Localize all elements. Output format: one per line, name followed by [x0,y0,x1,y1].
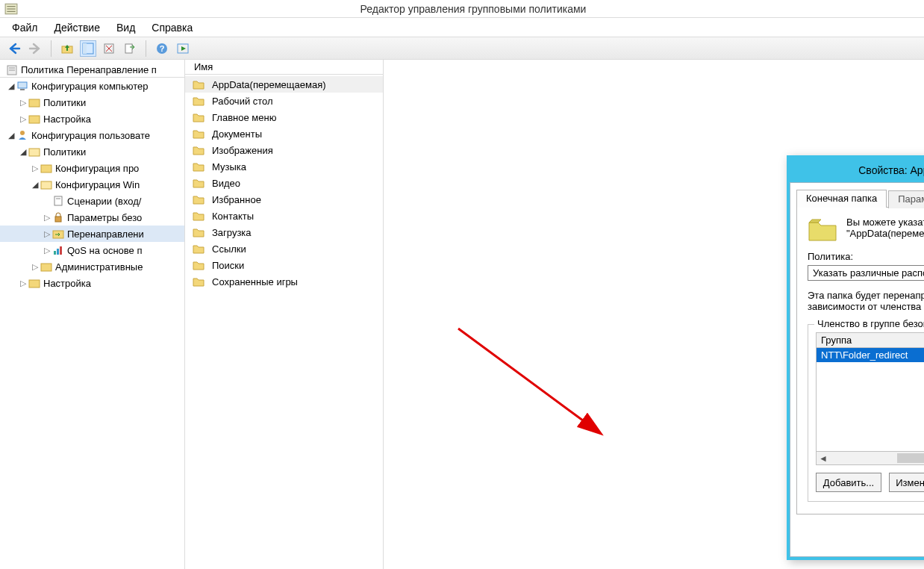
folder-icon [193,128,205,140]
tree-item-redirection[interactable]: ▷Перенаправлени [0,226,184,242]
dialog-title: Свойства: AppData(перемещаемая) [790,164,924,176]
delete-icon[interactable] [101,40,117,57]
list-item-label: Музыка [212,161,246,172]
policy-icon [6,64,18,76]
folder-large-icon [808,217,837,242]
tree-item-cc-policies[interactable]: ▷Политики [0,94,184,111]
computer-icon [16,80,28,92]
svg-rect-31 [57,249,59,255]
properties-dialog: Свойства: AppData(перемещаемая) ? X Коне… [787,155,924,560]
user-icon [16,129,28,141]
label: Конфигурация Win [55,179,140,190]
list-item[interactable]: Музыка [185,158,383,175]
window-titlebar: Редактор управления групповыми политикам… [0,0,924,18]
list-item[interactable]: Избранное [185,191,383,208]
folder-list: Имя AppData(перемещаемая)Рабочий столГла… [185,60,384,569]
list-item[interactable]: Контакты [185,208,383,224]
scroll-thumb[interactable] [897,453,924,463]
tab-target-folder[interactable]: Конечная папка [796,190,887,208]
tree-item-uc-policies[interactable]: ◢Политики [0,143,184,160]
edit-button[interactable]: Изменить... [889,473,924,492]
list-item[interactable]: Поиски [185,257,383,273]
up-level-icon[interactable] [59,40,75,57]
folder-icon [193,144,205,156]
label: QoS на основе п [67,245,142,256]
grid-row-selected[interactable]: NTT\Folder_redirect \\SERVER\Folder_redi… [817,348,924,362]
tree-item-qos[interactable]: ▷QoS на основе п [0,242,184,258]
folder-icon [193,95,205,107]
annotation-arrow [428,321,637,478]
show-tree-icon[interactable] [80,40,96,57]
svg-point-22 [20,131,25,135]
script-icon [52,195,64,207]
list-item[interactable]: AppData(перемещаемая) [185,76,383,93]
help-icon[interactable]: ? [154,40,170,57]
list-item-label: Сохраненные игры [212,276,298,287]
label: Административные [55,261,143,273]
nav-tree: Политика Перенаправление п ◢Конфигурация… [0,60,185,569]
tree-item-admin-templates[interactable]: ▷Административные [0,258,184,275]
list-item[interactable]: Изображения [185,142,383,158]
list-item[interactable]: Загрузка [185,224,383,240]
tree-item-cc-prefs[interactable]: ▷Настройка [0,111,184,127]
window-title: Редактор управления групповыми политикам… [22,3,924,15]
tree-item-user-config[interactable]: ◢Конфигурация пользовате [0,127,184,143]
list-item-label: Загрузка [212,227,252,238]
tree-item-scripts[interactable]: Сценарии (вход/ [0,193,184,209]
menu-file[interactable]: Файл [4,19,45,36]
run-icon[interactable] [175,40,191,57]
folder-icon [28,96,40,108]
grid-body[interactable]: NTT\Folder_redirect \\SERVER\Folder_redi… [816,347,924,452]
menu-action[interactable]: Действие [46,19,107,36]
list-item[interactable]: Сохраненные игры [185,273,383,290]
policy-combobox-value: Указать различные расположения для разны… [808,266,924,280]
add-button[interactable]: Добавить... [816,473,881,492]
list-item-label: Поиски [212,260,244,271]
policy-label: Политика: [808,251,924,262]
list-item[interactable]: Главное меню [185,109,383,125]
menu-help[interactable]: Справка [144,19,200,36]
tab-parameters[interactable]: Параметры [888,190,924,208]
folder-icon [193,259,205,271]
tree-item-uc-windows[interactable]: ◢Конфигурация Win [0,176,184,193]
folder-icon [193,243,205,255]
list-item[interactable]: Видео [185,175,383,191]
scroll-left-icon[interactable]: ◄ [817,452,830,464]
folder-open-icon [28,146,40,158]
folder-icon [28,277,40,289]
tree-item-security[interactable]: ▷Параметры безо [0,209,184,226]
list-item-label: AppData(перемещаемая) [212,79,326,90]
cell-group: NTT\Folder_redirect [817,348,924,362]
folder-icon [193,111,205,123]
menubar: Файл Действие Вид Справка [0,18,924,37]
list-item-label: Избранное [212,194,261,205]
folder-icon [193,193,205,205]
svg-rect-23 [29,149,40,156]
menu-view[interactable]: Вид [109,19,143,36]
list-item[interactable]: Рабочий стол [185,93,383,109]
svg-rect-30 [54,251,56,255]
list-item-label: Изображения [212,145,273,156]
list-column-name[interactable]: Имя [185,60,383,75]
list-item[interactable]: Документы [185,125,383,142]
list-item-label: Рабочий стол [212,96,273,107]
list-item[interactable]: Ссылки [185,240,383,257]
policy-combobox[interactable]: Указать различные расположения для разны… [808,265,924,281]
label: Параметры безо [67,212,142,223]
horizontal-scrollbar[interactable]: ◄ ► [816,452,924,465]
label: Политики [43,146,86,158]
folder-icon [40,162,52,174]
svg-rect-34 [29,280,40,287]
nav-forward-icon[interactable] [27,40,43,57]
nav-back-icon[interactable] [6,40,22,57]
label: Конфигурация компьютер [31,81,148,92]
tree-item-uc-software[interactable]: ▷Конфигурация про [0,160,184,176]
export-icon[interactable] [122,40,138,57]
tree-item-uc-prefs[interactable]: ▷Настройка [0,275,184,291]
folder-open-icon [40,178,52,190]
label: Настройка [43,278,91,289]
col-group[interactable]: Группа [817,333,924,347]
list-item-label: Видео [212,178,240,189]
label: Перенаправлени [67,228,144,240]
tree-item-computer-config[interactable]: ◢Конфигурация компьютер [0,78,184,94]
